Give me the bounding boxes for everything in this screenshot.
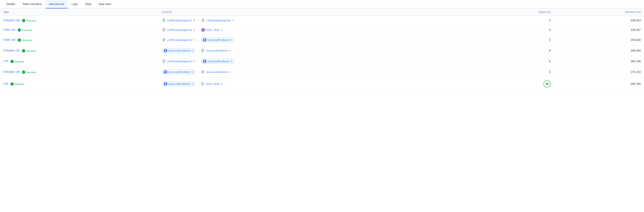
svg-point-14 [204,62,206,63]
copy-icon[interactable]: ⧉ [229,49,231,52]
tab-state[interactable]: State [82,0,95,8]
addr-link[interactable]: UniversalProfileInit [207,60,229,63]
svg-point-9 [165,50,166,51]
col-header-from-to: From/To [159,8,479,16]
gas-cell: 256,785 [554,78,644,90]
copy-icon[interactable]: ⧉ [230,60,233,63]
doc-icon [201,70,205,74]
addr-link[interactable]: UniversalProfileInit [168,49,190,52]
copy-icon[interactable]: ⧉ [220,82,223,86]
arrow-icon: → [197,82,200,86]
arrow-icon: → [197,38,200,42]
doc-icon [162,60,166,63]
addr-chip: LSP6KeyManagerInit ⧉ [162,60,195,63]
col-header-value: Value LYX [479,8,554,16]
doc-icon [162,18,166,22]
arrow-icon: → [197,19,200,22]
addr-link[interactable]: 0x00...0001 [206,28,220,32]
from-to: UniversalProfileInit ⧉ → UniversalProfil… [162,70,476,74]
avatar-icon [164,82,167,86]
tab-logs[interactable]: Logs [68,0,81,8]
tabs-bar: DetailsToken transfersInternal txnsLogsS… [0,0,644,8]
addr-link[interactable]: 0x3d...9550 [206,82,220,86]
arrow-icon: → [197,49,200,52]
gas-cell: 276,216 [554,67,644,78]
copy-icon[interactable]: ⧉ [193,28,195,32]
arrow-icon: → [197,60,200,63]
addr-link[interactable]: UniversalProfileInit [206,70,228,74]
table-header-row: TypeFrom/ToValue LYXGas limit LYX [0,8,644,16]
addr-chip: UniversalProfileInit ⧉ [201,59,234,64]
svg-point-7 [204,39,205,40]
value-cell: 0 [479,67,554,78]
doc-icon [201,18,205,22]
copy-icon[interactable]: ⧉ [191,49,194,52]
type-link[interactable]: Delegate call [3,18,20,22]
svg-point-18 [165,83,166,84]
status-badge: Success [18,38,32,42]
addr-chip: 0x3d...9550 ⧉ [201,82,223,86]
addr-chip: UniversalProfileInit ⧉ [162,82,195,86]
tab-raw-trace[interactable]: Raw trace [96,0,115,8]
col-header-type: Type [0,8,159,16]
gas-cell: 293,840 [554,35,644,45]
addr-link[interactable]: UniversalProfileInit [207,38,229,42]
copy-icon[interactable]: ⧉ [230,38,233,42]
tab-details[interactable]: Details [3,0,18,8]
addr-link[interactable]: LSP6KeyManagerInit [167,28,192,32]
type-link[interactable]: Call [3,60,8,63]
table-row: Delegate call Success UniversalProfileIn… [0,67,644,78]
doc-icon [201,49,205,52]
copy-icon[interactable]: ⧉ [193,60,195,63]
tab-internal-txns[interactable]: Internal txns [46,0,68,8]
svg-point-13 [204,60,205,62]
internal-txns-table: TypeFrom/ToValue LYXGas limit LYX Delega… [0,8,644,90]
addr-chip: UniversalProfileInit ⧉ [201,49,231,52]
type-link[interactable]: Delegate call [3,70,20,73]
addr-link[interactable]: UniversalProfileInit [168,82,190,86]
copy-icon[interactable]: ⧉ [193,38,195,42]
globe-icon [201,28,205,32]
from-to: UniversalProfileInit ⧉ → UniversalProfil… [162,48,476,53]
type-link[interactable]: Static call [3,38,15,41]
addr-link[interactable]: LSP6KeyManagerInit [206,19,231,22]
addr-link[interactable]: LSP6KeyManagerInit [167,19,192,22]
type-link[interactable]: Delegate call [3,49,20,52]
addr-chip: LSP6KeyManagerInit ⧉ [201,18,234,22]
gas-cell: 286,654 [554,45,644,56]
doc-icon [162,38,166,42]
avatar-icon [203,60,206,63]
addr-link[interactable]: UniversalProfileInit [206,49,228,52]
copy-icon[interactable]: ⧉ [193,18,195,22]
addr-chip: LSP6KeyManagerInit ⧉ [162,28,195,32]
addr-link[interactable]: LSP6KeyManagerInit [167,38,192,42]
copy-icon[interactable]: ⧉ [191,82,194,86]
gas-cell: 328,087 [554,25,644,35]
addr-chip: UniversalProfileInit ⧉ [201,70,231,74]
gas-cell: 280,796 [554,56,644,67]
from-to: LSP6KeyManagerInit ⧉ → UniversalProfileI… [162,59,476,64]
gas-cell: 338,919 [554,16,644,25]
avatar-icon [164,70,167,74]
status-badge: Success [10,82,24,86]
value-cell: 0 [479,45,554,56]
addr-link[interactable]: LSP6KeyManagerInit [167,60,192,63]
col-header-gas: Gas limit LYX [554,8,644,16]
from-to: UniversalProfileInit ⧉ → 0x3d...9550 ⧉ [162,82,476,86]
tab-token-transfers[interactable]: Token transfers [19,0,45,8]
avatar-icon [203,38,206,42]
status-badge: Success [18,28,32,32]
copy-icon[interactable]: ⧉ [229,70,231,74]
svg-point-19 [164,84,166,86]
value-cell: 0 [479,56,554,67]
table-row: Static call Success LSP6KeyManagerInit ⧉… [0,35,644,45]
value-cell: 0 [479,35,554,45]
type-link[interactable]: Call [3,82,8,85]
copy-icon[interactable]: ⧉ [191,70,194,74]
addr-chip: UniversalProfileInit ⧉ [162,70,195,74]
addr-link[interactable]: UniversalProfileInit [168,70,190,74]
copy-icon[interactable]: ⧉ [232,18,234,22]
type-link[interactable]: Static call [3,28,15,31]
addr-chip: UniversalProfileInit ⧉ [162,48,195,53]
copy-icon[interactable]: ⧉ [221,28,223,32]
